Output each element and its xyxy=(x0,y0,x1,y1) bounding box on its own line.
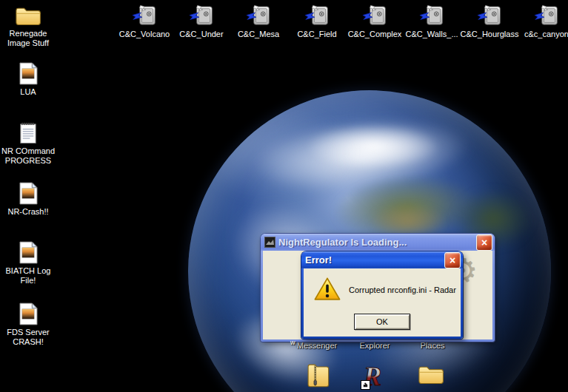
notepad-icon xyxy=(19,121,38,144)
desktop-icon-label-places[interactable]: Places xyxy=(420,341,444,350)
clipped-label-fragment: w xyxy=(290,339,295,346)
desktop: { "desktop": { "top_icons": [ {"label": … xyxy=(0,0,568,392)
icon-label: C&C_Volcano xyxy=(119,30,170,39)
icon-label: NR COmmand PROGRESS xyxy=(0,146,56,166)
error-dialog-client-area: Corrupted nrconfig.ini - Radar OK xyxy=(304,268,461,337)
map-safe-icon xyxy=(304,4,330,27)
desktop-icon-cc-field[interactable]: C&C_Field xyxy=(289,4,345,39)
image-file-icon xyxy=(19,241,38,264)
desktop-icon-folder[interactable] xyxy=(405,365,457,385)
warning-icon xyxy=(313,277,341,302)
desktop-icon-cc-walls[interactable]: C&C_Walls_... xyxy=(404,4,460,39)
desktop-icon-label-explorer[interactable]: Explorer xyxy=(360,341,390,350)
desktop-icon-fds-server-crash[interactable]: FDS Server CRASH! xyxy=(0,303,56,347)
desktop-icon-cc-complex[interactable]: C&C_Complex xyxy=(347,4,403,39)
desktop-icon-biatch-log-file[interactable]: BIATCH Log File! xyxy=(0,241,56,285)
nightregulator-titlebar[interactable]: NightRegulator Is Loading... × xyxy=(261,234,495,251)
icon-label: C&C_Complex xyxy=(348,30,402,39)
desktop-icon-cc-canyon[interactable]: c&c_canyon xyxy=(518,4,568,39)
desktop-icon-renegade-image-stuff[interactable]: Renegade Image Stuff xyxy=(0,6,56,48)
map-safe-icon xyxy=(419,4,444,27)
icon-label: C&C_Field xyxy=(297,30,336,39)
map-safe-icon xyxy=(362,4,387,27)
desktop-icon-lua[interactable]: LUA xyxy=(0,62,56,97)
folder-icon xyxy=(15,6,41,27)
icon-label: FDS Server CRASH! xyxy=(0,328,56,347)
image-file-icon xyxy=(19,62,38,85)
folder-icon xyxy=(418,365,444,385)
map-safe-icon xyxy=(534,4,559,27)
desktop-icon-nr-crash[interactable]: NR-Crash!! xyxy=(0,182,56,217)
icon-label: LUA xyxy=(20,87,36,97)
nightregulator-window-icon xyxy=(264,237,275,248)
icon-label: BIATCH Log File! xyxy=(0,266,56,285)
desktop-icon-zipped-folder[interactable] xyxy=(293,362,344,389)
desktop-icon-cc-mesa[interactable]: C&C_Mesa xyxy=(230,4,287,39)
icon-label: c&c_canyon xyxy=(524,30,568,39)
error-message: Corrupted nrconfig.ini - Radar xyxy=(349,285,458,295)
desktop-icon-nr-command-progress[interactable]: NR COmmand PROGRESS xyxy=(0,121,56,166)
ok-button[interactable]: OK xyxy=(354,314,410,330)
desktop-icon-label-messenger[interactable]: Messenger xyxy=(297,341,337,350)
icon-label: C&C_Mesa xyxy=(238,30,279,39)
error-dialog: Error! × Corrupted nrconfig.ini - Radar … xyxy=(301,251,463,339)
map-safe-icon xyxy=(189,4,214,27)
map-safe-icon xyxy=(132,4,157,27)
icon-label: C&C_Under xyxy=(179,30,223,39)
desktop-icon-cc-volcano[interactable]: C&C_Volcano xyxy=(116,4,173,39)
icon-label: C&C_Walls_... xyxy=(405,30,458,39)
image-file-icon xyxy=(19,182,38,205)
desktop-icon-cc-under[interactable]: C&C_Under xyxy=(173,4,230,39)
close-icon[interactable]: × xyxy=(476,234,492,251)
close-icon[interactable]: × xyxy=(444,252,461,268)
icon-label: NR-Crash!! xyxy=(7,207,48,217)
dialog-title: Error! xyxy=(305,254,441,266)
error-dialog-titlebar[interactable]: Error! × xyxy=(301,251,463,268)
map-safe-icon xyxy=(246,4,271,27)
shortcut-arrow-icon xyxy=(361,380,370,390)
icon-label: Renegade Image Stuff xyxy=(0,29,56,48)
image-file-icon xyxy=(19,303,38,325)
desktop-icon-cc-hourglass[interactable]: C&C_Hourglass xyxy=(461,4,518,39)
zipped-folder-icon xyxy=(307,362,330,389)
map-safe-icon xyxy=(477,4,502,27)
icon-label: C&C_Hourglass xyxy=(461,30,519,39)
desktop-icon-renegade-shortcut[interactable] xyxy=(349,362,401,391)
window-title: NightRegulator Is Loading... xyxy=(278,237,473,248)
